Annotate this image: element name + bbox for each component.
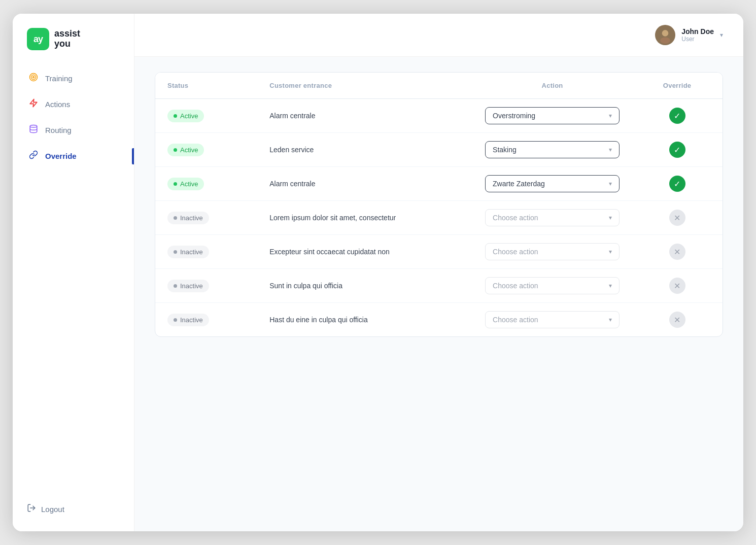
select-chevron-icon: ▾ xyxy=(609,214,612,221)
sidebar-item-actions-label: Actions xyxy=(45,100,70,109)
logo-icon: ay xyxy=(27,28,49,50)
table-row: InactiveLorem ipsum dolor sit amet, cons… xyxy=(155,201,723,235)
action-select[interactable]: Choose action▾ xyxy=(485,243,620,260)
action-select-label: Choose action xyxy=(493,248,538,256)
action-select[interactable]: Staking▾ xyxy=(485,141,620,158)
sidebar-item-routing[interactable]: Routing xyxy=(21,118,126,142)
select-chevron-icon: ▾ xyxy=(609,180,612,187)
status-badge: Active xyxy=(167,144,204,156)
override-cell: ✕ xyxy=(632,269,723,303)
action-cell: Choose action▾ xyxy=(473,235,632,269)
override-cell: ✓ xyxy=(632,133,723,167)
table-row: InactiveSunt in culpa qui officiaChoose … xyxy=(155,269,723,303)
table-card: Status Customer entrance Action Override… xyxy=(155,72,723,337)
status-badge: Inactive xyxy=(167,280,209,292)
top-bar: John Doe User ▾ xyxy=(134,14,743,57)
action-select[interactable]: Zwarte Zaterdag▾ xyxy=(485,175,620,192)
logo-area: ay assist you xyxy=(13,14,134,66)
override-cross-icon[interactable]: ✕ xyxy=(669,210,685,226)
select-chevron-icon: ▾ xyxy=(609,316,612,323)
entrance-cell: Sunt in culpa qui officia xyxy=(257,269,473,303)
status-cell: Active xyxy=(155,133,257,167)
sidebar-item-training-label: Training xyxy=(45,74,73,83)
user-details: John Doe User xyxy=(681,27,714,43)
svg-point-7 xyxy=(662,30,669,37)
logout-button[interactable]: Logout xyxy=(27,503,120,515)
table-row: ActiveLeden serviceStaking▾✓ xyxy=(155,133,723,167)
logout-label: Logout xyxy=(41,505,64,514)
main-content: John Doe User ▾ Status Customer entrance… xyxy=(134,14,743,531)
action-select[interactable]: Choose action▾ xyxy=(485,277,620,294)
action-cell: Choose action▾ xyxy=(473,269,632,303)
override-check-icon[interactable]: ✓ xyxy=(669,176,685,192)
action-select-label: Staking xyxy=(493,146,517,154)
status-cell: Inactive xyxy=(155,303,257,337)
action-select-label: Zwarte Zaterdag xyxy=(493,180,545,188)
action-cell: Zwarte Zaterdag▾ xyxy=(473,167,632,201)
table-row: InactiveExcepteur sint occaecat cupidata… xyxy=(155,235,723,269)
override-cross-icon[interactable]: ✕ xyxy=(669,312,685,328)
override-check-icon[interactable]: ✓ xyxy=(669,108,685,124)
status-cell: Active xyxy=(155,99,257,133)
status-dot xyxy=(174,284,177,288)
override-cell: ✕ xyxy=(632,235,723,269)
action-select-label: Choose action xyxy=(493,214,538,222)
status-dot xyxy=(174,216,177,220)
status-badge: Active xyxy=(167,178,204,190)
svg-point-8 xyxy=(660,38,670,44)
select-chevron-icon: ▾ xyxy=(609,282,612,289)
action-select[interactable]: Choose action▾ xyxy=(485,209,620,226)
override-check-icon[interactable]: ✓ xyxy=(669,142,685,158)
status-cell: Inactive xyxy=(155,235,257,269)
col-header-status: Status xyxy=(155,73,257,99)
override-cross-icon[interactable]: ✕ xyxy=(669,244,685,260)
sidebar-item-actions[interactable]: Actions xyxy=(21,92,126,116)
svg-point-1 xyxy=(31,75,36,80)
table-row: ActiveAlarm centraleZwarte Zaterdag▾✓ xyxy=(155,167,723,201)
entrance-cell: Hast du eine in culpa qui officia xyxy=(257,303,473,337)
svg-point-4 xyxy=(30,125,37,128)
sidebar-item-override[interactable]: Override xyxy=(21,144,126,168)
entrance-cell: Alarm centrale xyxy=(257,99,473,133)
entrance-cell: Leden service xyxy=(257,133,473,167)
user-menu[interactable]: John Doe User ▾ xyxy=(655,25,723,45)
sidebar: ay assist you Training Actions xyxy=(13,14,134,531)
status-dot xyxy=(174,148,177,152)
logo-text: assist you xyxy=(54,29,80,49)
sidebar-item-override-label: Override xyxy=(45,152,77,160)
override-cell: ✓ xyxy=(632,99,723,133)
action-cell: Overstroming▾ xyxy=(473,99,632,133)
avatar xyxy=(655,25,675,45)
action-select[interactable]: Choose action▾ xyxy=(485,311,620,328)
action-select[interactable]: Overstroming▾ xyxy=(485,107,620,124)
override-cell: ✕ xyxy=(632,201,723,235)
col-header-action: Action xyxy=(473,73,632,99)
status-dot xyxy=(174,182,177,186)
actions-icon xyxy=(28,98,39,110)
status-dot xyxy=(174,250,177,254)
status-badge: Active xyxy=(167,110,204,122)
sidebar-item-training[interactable]: Training xyxy=(21,66,126,90)
status-badge: Inactive xyxy=(167,314,209,326)
override-cross-icon[interactable]: ✕ xyxy=(669,278,685,294)
status-dot xyxy=(174,318,177,322)
select-chevron-icon: ▾ xyxy=(609,112,612,119)
override-cell: ✕ xyxy=(632,303,723,337)
table-container: Status Customer entrance Action Override… xyxy=(134,57,743,531)
status-badge: Inactive xyxy=(167,246,209,258)
action-select-label: Choose action xyxy=(493,282,538,290)
table-row: InactiveHast du eine in culpa qui offici… xyxy=(155,303,723,337)
active-indicator xyxy=(132,148,134,164)
user-role: User xyxy=(681,36,714,43)
select-chevron-icon: ▾ xyxy=(609,248,612,255)
sidebar-nav: Training Actions Routing Override xyxy=(13,66,134,493)
svg-marker-3 xyxy=(30,99,37,107)
select-chevron-icon: ▾ xyxy=(609,146,612,153)
training-icon xyxy=(28,73,39,84)
entrance-cell: Alarm centrale xyxy=(257,167,473,201)
col-header-override: Override xyxy=(632,73,723,99)
user-name: John Doe xyxy=(681,27,714,36)
sidebar-item-routing-label: Routing xyxy=(45,126,72,134)
status-cell: Inactive xyxy=(155,269,257,303)
action-cell: Choose action▾ xyxy=(473,303,632,337)
